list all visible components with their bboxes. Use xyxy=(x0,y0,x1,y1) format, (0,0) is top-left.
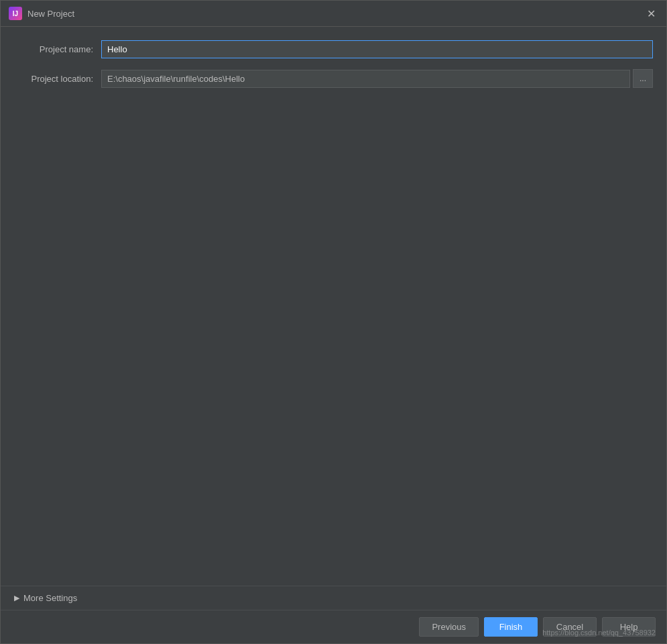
help-button[interactable]: Help xyxy=(602,617,656,637)
title-bar: IJ New Project ✕ xyxy=(1,1,666,27)
content-spacer xyxy=(1,320,666,586)
content-area: Project name: Project location: ... xyxy=(1,27,666,320)
browse-icon: ... xyxy=(640,74,646,83)
more-settings-label: More Settings xyxy=(23,593,77,603)
location-input-row: ... xyxy=(101,69,653,88)
footer: Previous Finish Cancel Help xyxy=(1,610,666,643)
project-name-label: Project name: xyxy=(14,44,101,54)
more-settings-arrow: ▶ xyxy=(14,594,19,602)
app-icon: IJ xyxy=(9,7,22,20)
project-location-label: Project location: xyxy=(14,74,101,84)
new-project-dialog: IJ New Project ✕ Project name: Project l… xyxy=(0,0,667,644)
project-name-input[interactable] xyxy=(101,40,653,58)
cancel-button[interactable]: Cancel xyxy=(543,617,597,637)
browse-button[interactable]: ... xyxy=(633,69,653,88)
title-bar-left: IJ New Project xyxy=(9,7,74,20)
project-location-input[interactable] xyxy=(101,70,630,88)
more-settings-section[interactable]: ▶ More Settings xyxy=(1,586,666,610)
project-name-row: Project name: xyxy=(14,40,653,58)
finish-button[interactable]: Finish xyxy=(484,617,538,637)
previous-button[interactable]: Previous xyxy=(419,617,479,637)
dialog-title: New Project xyxy=(27,9,74,19)
close-icon: ✕ xyxy=(647,7,656,20)
close-button[interactable]: ✕ xyxy=(644,6,658,21)
project-location-row: Project location: ... xyxy=(14,69,653,88)
